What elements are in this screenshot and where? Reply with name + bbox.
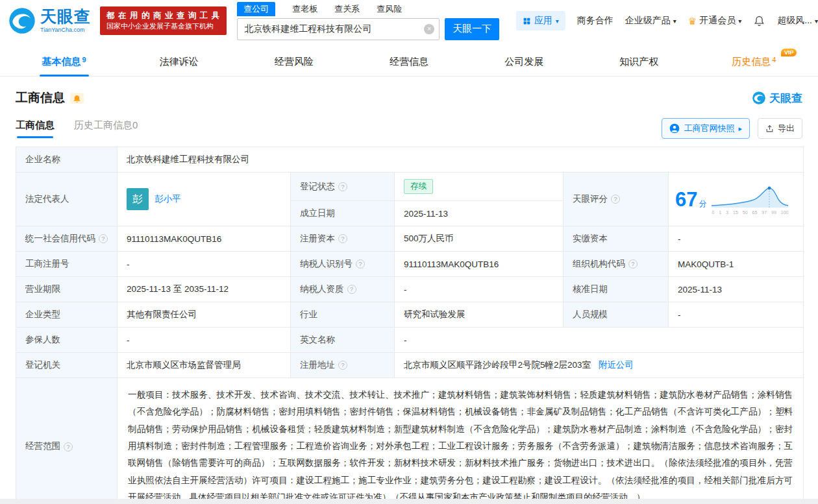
chevron-down-icon: ▾ (556, 18, 559, 25)
tab-history-info[interactable]: 历史信息4VIP (697, 48, 812, 76)
label-english-name: 英文名称 (300, 335, 335, 344)
tab-label: 法律诉讼 (160, 56, 199, 68)
export-button[interactable]: 导出 (758, 118, 802, 139)
search-tab-risk[interactable]: 查风险 (377, 3, 402, 15)
value-english-name: - (404, 335, 407, 345)
section-head: 工商信息 天眼查 (0, 77, 818, 106)
enterprise-products-label: 企业级产品 (625, 15, 671, 27)
help-icon[interactable]: ? (64, 442, 73, 451)
chevron-down-icon: ▾ (673, 18, 676, 25)
search-tab-relation[interactable]: 查关系 (334, 3, 360, 15)
person-icon (669, 123, 680, 134)
help-icon[interactable]: ? (347, 285, 356, 294)
tab-operation-info[interactable]: 经营信息 (351, 48, 466, 76)
table-row: 参保人数 - 英文名称 - (16, 328, 804, 353)
nearby-companies-link[interactable]: 附近公司 (599, 360, 634, 370)
search-input[interactable] (244, 24, 421, 34)
legal-rep-avatar[interactable]: 彭 (127, 188, 149, 210)
search-button[interactable]: 天眼一下 (445, 18, 499, 40)
value-staff-size: - (678, 310, 681, 320)
label-score: 天眼评分 (573, 194, 608, 204)
tab-operation-risk[interactable]: 经营风险 (236, 48, 351, 76)
search-tab-company[interactable]: 查公司 (237, 2, 275, 16)
business-cooperation-link[interactable]: 商务合作 (577, 15, 614, 27)
company-nav-tabs: 基本信息9 法律诉讼 经营风险 经营信息 公司发展 知识产权 历史信息4VIP (0, 48, 818, 77)
label-org-code: 组织机构代码 (573, 259, 625, 269)
value-insured-count: - (127, 335, 130, 345)
legal-rep-link[interactable]: 彭小平 (155, 193, 181, 205)
label-reg-status: 登记状态 (300, 182, 335, 191)
official-snapshot-button[interactable]: 工商官网快照 ▸ (662, 118, 750, 139)
score-value: 67 (675, 188, 697, 211)
tab-label: 经营风险 (275, 56, 314, 68)
help-icon[interactable]: ? (338, 234, 347, 243)
vip-membership-link[interactable]: ♛ 开通会员 ▾ (688, 15, 741, 27)
super-risk-link[interactable]: 超级风... ▾ (777, 15, 818, 27)
slogan-line-2: 国家中小企业发展子基金旗下机构 (106, 21, 220, 32)
table-row: 经营范围? 一般项目：技术服务、技术开发、技术咨询、技术交流、技术转让、技术推广… (16, 378, 804, 504)
tab-legal-proceedings[interactable]: 法律诉讼 (121, 48, 236, 76)
search-tab-boss[interactable]: 查老板 (292, 3, 317, 15)
value-establish-date: 2025-11-13 (404, 209, 448, 219)
status-badge: 存续 (404, 179, 433, 194)
label-approval-date: 核准日期 (573, 284, 608, 294)
label-reg-number: 工商注册号 (25, 259, 69, 269)
value-reg-authority: 北京市顺义区市场监督管理局 (127, 360, 241, 370)
enterprise-products-link[interactable]: 企业级产品 ▾ (625, 15, 676, 27)
tab-intellectual-property[interactable]: 知识产权 (582, 48, 697, 76)
monitor-bell-icon[interactable] (70, 93, 84, 104)
help-icon[interactable]: ? (611, 195, 620, 204)
tianyan-score: 67分 0 1 3 15 50 65 97 99 100 (675, 184, 797, 215)
label-company-name: 企业名称 (25, 154, 60, 164)
value-taxpayer-id: 91110113MAK0QUTB16 (404, 259, 499, 269)
clear-icon[interactable]: × (424, 24, 434, 34)
chevron-down-icon: ▾ (815, 18, 818, 25)
label-paid-capital: 实缴资本 (573, 234, 608, 243)
help-icon[interactable]: ? (338, 182, 347, 191)
brand-slogan-badge: 都 在 用 的 商 业 查 询 工 具 国家中小企业发展子基金旗下机构 (100, 6, 227, 35)
tab-label: 经营信息 (390, 56, 428, 68)
subtab-business-info[interactable]: 工商信息 (16, 119, 55, 138)
help-icon[interactable]: ? (338, 361, 347, 370)
help-icon[interactable]: ? (356, 259, 365, 269)
label-credit-code: 统一社会信用代码 (25, 234, 95, 243)
arrow-right-icon: ▸ (738, 125, 742, 133)
label-business-term: 营业期限 (25, 284, 60, 294)
help-icon[interactable]: ? (628, 259, 638, 269)
label-staff-size: 人员规模 (573, 309, 608, 319)
business-info-table: 企业名称 北京铁科建维工程科技有限公司 法定代表人 彭 彭小平 登记状态? 存续… (16, 147, 804, 504)
label-legal-rep: 法定代表人 (25, 194, 69, 204)
logo-text: 天眼查 (40, 8, 91, 25)
tab-count-badge: 9 (82, 56, 86, 64)
label-taxpayer-id: 纳税人识别号 (300, 259, 353, 269)
logo-subtext: TianYanCha.com (40, 27, 91, 33)
snapshot-button-label: 工商官网快照 (684, 123, 734, 134)
search-tabs: 查公司 查老板 查关系 查风险 (237, 2, 499, 16)
top-header: 天眼查 TianYanCha.com 都 在 用 的 商 业 查 询 工 具 国… (0, 0, 818, 42)
table-row: 工商注册号 - 纳税人识别号? 91110113MAK0QUTB16 组织机构代… (16, 252, 804, 277)
footer-strip (0, 499, 818, 504)
tab-basic-info[interactable]: 基本信息9 (6, 48, 121, 76)
tianyancha-logo[interactable]: 天眼查 TianYanCha.com (8, 6, 91, 35)
search-area: 查公司 查老板 查关系 查风险 × 天眼一下 (237, 2, 499, 40)
search-input-wrap: × (237, 18, 440, 40)
tianyancha-watermark-icon (752, 91, 766, 105)
value-company-name: 北京铁科建维工程科技有限公司 (127, 154, 249, 164)
value-company-type: 其他有限责任公司 (127, 309, 197, 319)
crown-icon: ♛ (688, 16, 697, 26)
apps-menu[interactable]: 应用 ▾ (516, 11, 565, 30)
business-cooperation-label: 商务合作 (577, 15, 614, 27)
label-insured-count: 参保人数 (25, 335, 60, 344)
label-company-type: 企业类型 (25, 309, 60, 319)
chevron-down-icon: ▾ (738, 18, 741, 25)
value-reg-capital: 500万人民币 (404, 234, 454, 243)
subtab-history-business-info[interactable]: 历史工商信息0 (74, 119, 138, 138)
table-row: 营业期限 2025-11-13 至 2035-11-12 纳税人资质? - 核准… (16, 277, 804, 302)
score-curve (712, 184, 788, 208)
help-icon[interactable]: ? (99, 234, 108, 243)
label-reg-capital: 注册资本 (300, 234, 335, 243)
notifications-bell-icon[interactable] (753, 15, 765, 27)
subtabs-row: 工商信息 历史工商信息0 工商官网快照 ▸ 导出 (0, 106, 818, 145)
tab-company-development[interactable]: 公司发展 (467, 48, 582, 76)
tab-label: 公司发展 (504, 56, 543, 68)
